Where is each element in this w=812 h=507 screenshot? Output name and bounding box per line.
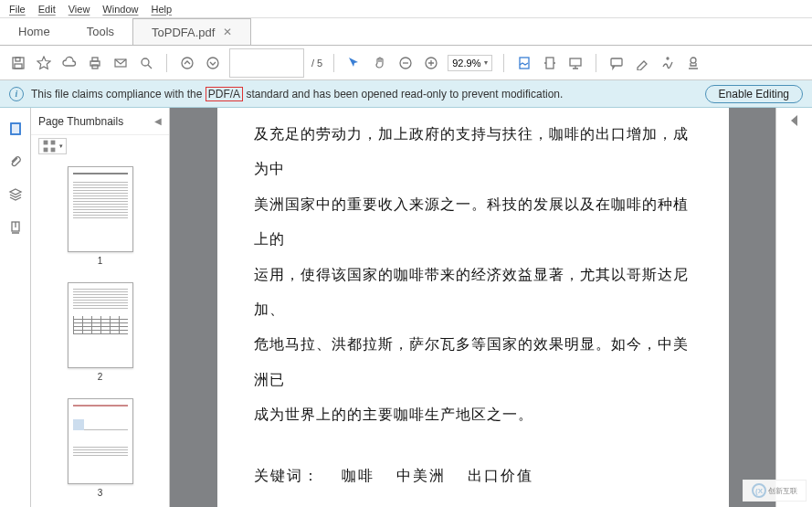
svg-rect-2	[15, 64, 22, 69]
sign-icon[interactable]	[659, 54, 677, 72]
menu-edit[interactable]: Edit	[38, 4, 56, 15]
sidebar-title: Page Thumbnails	[38, 115, 123, 128]
thumb-page-number: 1	[68, 256, 133, 266]
fit-page-icon[interactable]	[541, 54, 559, 72]
mail-icon[interactable]	[111, 54, 130, 72]
svg-rect-13	[546, 58, 554, 69]
expand-panel-icon	[791, 115, 797, 126]
menu-file[interactable]: File	[9, 4, 26, 15]
cloud-icon[interactable]	[60, 54, 79, 72]
layers-icon[interactable]	[7, 186, 24, 203]
tab-tools[interactable]: Tools	[69, 18, 132, 45]
page-up-icon[interactable]	[178, 54, 196, 72]
svg-point-17	[691, 58, 696, 63]
thumbnail-3[interactable]: 3	[68, 398, 133, 498]
notice-text: This file claims compliance with the PDF…	[31, 88, 563, 100]
zoom-select[interactable]: 92.9%	[448, 55, 492, 71]
page-down-icon[interactable]	[204, 54, 222, 72]
star-icon[interactable]	[35, 54, 53, 72]
thumbnails-icon[interactable]	[7, 121, 24, 137]
close-tab-icon[interactable]: ✕	[223, 26, 232, 38]
separator	[596, 54, 596, 72]
menu-help[interactable]: Help	[151, 4, 172, 15]
tab-document[interactable]: ToPDFA.pdf ✕	[132, 18, 251, 45]
svg-rect-23	[44, 148, 48, 153]
info-icon: i	[9, 87, 24, 101]
page-count: / 5	[311, 58, 322, 69]
highlight-icon[interactable]	[633, 54, 651, 72]
separator	[503, 54, 504, 72]
tab-home[interactable]: Home	[0, 18, 69, 45]
comment-icon[interactable]	[607, 54, 626, 72]
svg-rect-22	[51, 141, 56, 145]
bookmark-icon[interactable]	[7, 219, 24, 236]
svg-point-16	[667, 58, 669, 59]
svg-point-7	[142, 58, 149, 66]
tab-document-label: ToPDFA.pdf	[152, 26, 215, 39]
hand-icon[interactable]	[371, 54, 389, 72]
search-icon[interactable]	[137, 54, 155, 72]
attachment-icon[interactable]	[7, 153, 24, 170]
right-panel-toggle[interactable]	[775, 108, 812, 507]
document-viewer[interactable]: 及充足的劳动力，加上政府的支持与扶往，咖啡的出口增加，成为中 美洲国家中的重要收…	[170, 108, 775, 507]
enable-editing-button[interactable]: Enable Editing	[705, 85, 803, 103]
zoom-in-icon[interactable]	[422, 54, 440, 72]
svg-point-9	[207, 58, 218, 69]
save-icon[interactable]	[9, 54, 27, 72]
zoom-out-icon[interactable]	[396, 54, 415, 72]
page-input[interactable]	[229, 48, 304, 78]
collapse-sidebar-icon[interactable]: ◀	[154, 116, 162, 126]
svg-rect-21	[44, 141, 48, 145]
thumbnail-2[interactable]: 2	[68, 282, 133, 382]
svg-rect-14	[570, 58, 581, 66]
svg-rect-4	[92, 58, 98, 61]
svg-rect-5	[92, 65, 98, 69]
fit-width-icon[interactable]	[515, 54, 533, 72]
svg-rect-15	[611, 58, 622, 66]
thumb-page-number: 2	[68, 372, 133, 382]
print-icon[interactable]	[86, 54, 104, 72]
page-content: 及充足的劳动力，加上政府的支持与扶往，咖啡的出口增加，成为中 美洲国家中的重要收…	[217, 108, 729, 507]
thumb-options[interactable]	[38, 138, 67, 154]
svg-rect-24	[51, 148, 56, 153]
menu-view[interactable]: View	[69, 4, 90, 15]
arrow-icon[interactable]	[345, 54, 364, 72]
thumb-page-number: 3	[68, 488, 133, 498]
watermark: (X创新互联	[743, 480, 807, 502]
svg-point-8	[182, 58, 193, 69]
separator	[333, 54, 334, 72]
pdfa-highlight: PDF/A	[206, 87, 243, 101]
stamp-icon[interactable]	[684, 54, 702, 72]
svg-rect-1	[16, 58, 20, 61]
svg-rect-19	[11, 123, 20, 134]
separator	[166, 54, 167, 72]
thumbnail-1[interactable]: 1	[68, 166, 133, 266]
menu-window[interactable]: Window	[102, 4, 138, 15]
read-mode-icon[interactable]	[566, 54, 585, 72]
